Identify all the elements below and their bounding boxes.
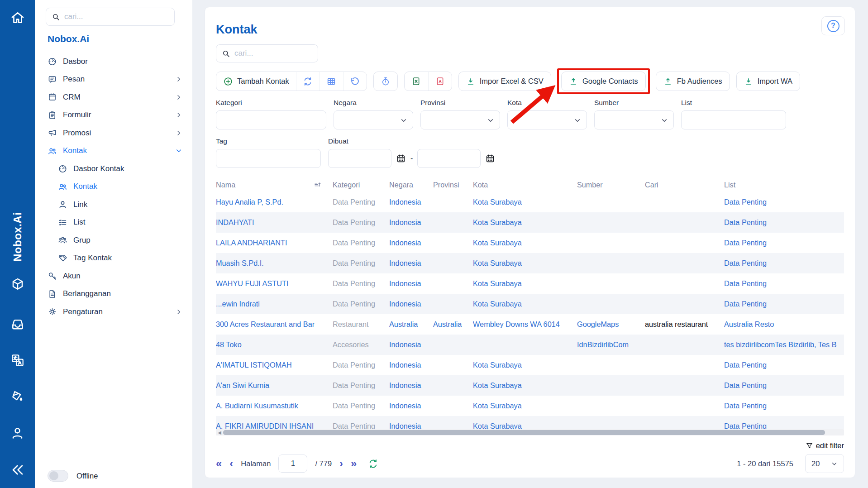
cell-kota[interactable]: Kota Surabaya [473, 198, 577, 206]
cell-nama[interactable]: A'IMATUL ISTIQOMAH [216, 361, 333, 369]
sidebar-item-list[interactable]: List [35, 214, 192, 232]
sidebar-item-promosi[interactable]: Promosi [35, 124, 192, 142]
chevron-right-icon[interactable] [175, 129, 182, 137]
kategori-input[interactable] [216, 110, 326, 129]
cell-nama[interactable]: A. FIKRI AMIRUDDIN IHSANI [216, 422, 333, 429]
cell-negara[interactable]: Indonesia [389, 340, 433, 349]
undo-button[interactable] [343, 72, 367, 91]
fb-audiences-button[interactable]: Fb Audiences [656, 72, 730, 91]
cell-negara[interactable]: Indonesia [389, 259, 433, 268]
sidebar-item-akun[interactable]: Akun [35, 267, 192, 285]
table-row[interactable]: A'IMATUL ISTIQOMAHData PentingIndonesiaK… [216, 355, 844, 375]
cell-kota[interactable]: Kota Surabaya [473, 259, 577, 268]
pdf-file-button[interactable] [428, 72, 452, 91]
table-row[interactable]: A. FIKRI AMIRUDDIN IHSANIData PentingInd… [216, 416, 844, 429]
column-header-list[interactable]: List [724, 181, 845, 189]
cube-icon[interactable] [0, 277, 35, 292]
cell-negara[interactable]: Indonesia [389, 239, 433, 247]
cell-kota[interactable]: Kota Surabaya [473, 300, 577, 308]
cell-negara[interactable]: Indonesia [389, 279, 433, 288]
calendar-icon[interactable] [485, 153, 495, 163]
chevron-right-icon[interactable] [175, 111, 182, 119]
table-row[interactable]: A'an Siwi KurniaData PentingIndonesiaKot… [216, 375, 844, 396]
sidebar-item-dasbor[interactable]: Dasbor [35, 53, 192, 71]
cell-kota[interactable]: Wembley Downs WA 6014 [473, 320, 577, 329]
stopwatch-button[interactable] [374, 72, 397, 91]
provinsi-select[interactable] [420, 110, 500, 129]
cell-nama[interactable]: A'an Siwi Kurnia [216, 381, 333, 390]
sidebar-item-tag-kontak[interactable]: Tag Kontak [35, 249, 192, 268]
cell-list[interactable]: Data Penting [724, 239, 844, 247]
refresh-icon[interactable] [368, 459, 378, 469]
sidebar-item-link[interactable]: Link [35, 196, 192, 214]
first-page-button[interactable]: « [216, 458, 222, 469]
negara-select[interactable] [334, 110, 413, 129]
cell-nama[interactable]: Muasih S.Pd.I. [216, 259, 333, 268]
table-row[interactable]: WAHYU FUJI ASTUTIData PentingIndonesiaKo… [216, 273, 844, 294]
cell-list[interactable]: Data Penting [724, 402, 844, 410]
table-row[interactable]: INDAHYATIData PentingIndonesiaKota Surab… [216, 212, 844, 233]
cell-provinsi[interactable]: Australia [433, 320, 473, 329]
cell-kota[interactable]: Kota Surabaya [473, 381, 577, 390]
cell-list[interactable]: tes bizdirlibcomTes Bizdirlib, Tes B [724, 340, 844, 349]
table-row[interactable]: 48 TokoAccesoriesIndonesiaIdnBizdirlibCo… [216, 335, 844, 355]
collapse-sidebar-icon[interactable] [0, 463, 35, 477]
home-icon[interactable] [0, 10, 35, 25]
paint-bucket-icon[interactable] [0, 389, 35, 404]
table-row[interactable]: Hayu Analia P, S.Pd.Data PentingIndonesi… [216, 192, 844, 212]
sidebar-item-berlangganan[interactable]: Berlangganan [35, 285, 192, 303]
inbox-icon[interactable] [0, 317, 35, 331]
cell-list[interactable]: Data Penting [724, 259, 844, 268]
chevron-right-icon[interactable] [175, 76, 182, 83]
cell-nama[interactable]: ...ewin Indrati [216, 300, 333, 308]
column-header-kota[interactable]: Kota [473, 181, 577, 189]
cell-list[interactable]: Data Penting [724, 279, 844, 288]
import-wa-button[interactable]: Import WA [736, 72, 800, 91]
excel-file-button[interactable] [405, 72, 428, 91]
column-header-nama[interactable]: Nama [216, 181, 333, 189]
chevron-right-icon[interactable] [175, 94, 182, 101]
scroll-left-arrow[interactable]: ◀ [216, 430, 223, 435]
cell-nama[interactable]: 48 Toko [216, 340, 333, 349]
sort-icon[interactable] [314, 181, 322, 189]
calendar-icon[interactable] [396, 153, 406, 163]
chevron-down-icon[interactable] [175, 147, 182, 154]
table-row[interactable]: 300 Acres Restaurant and BarRestaurantAu… [216, 314, 844, 335]
offline-toggle[interactable] [48, 470, 68, 482]
tag-input[interactable] [216, 149, 321, 168]
cell-nama[interactable]: WAHYU FUJI ASTUTI [216, 279, 333, 288]
table-row[interactable]: Muasih S.Pd.I.Data PentingIndonesiaKota … [216, 253, 844, 273]
sidebar-item-grup[interactable]: Grup [35, 231, 192, 249]
cell-list[interactable]: Data Penting [724, 422, 844, 429]
sidebar-item-kontak[interactable]: Kontak [35, 142, 192, 160]
cell-list[interactable]: Data Penting [724, 198, 844, 206]
prev-page-button[interactable]: ‹ [229, 458, 233, 469]
date-from-input[interactable] [328, 149, 391, 168]
cell-kota[interactable]: Kota Surabaya [473, 402, 577, 410]
scrollbar-thumb[interactable] [223, 430, 825, 435]
help-button[interactable]: ? [821, 16, 845, 35]
cell-list[interactable]: Australia Resto [724, 320, 844, 329]
sidebar-item-dasbor-kontak[interactable]: Dasbor Kontak [35, 160, 192, 178]
cell-negara[interactable]: Indonesia [389, 422, 433, 429]
cell-list[interactable]: Data Penting [724, 381, 844, 390]
last-page-button[interactable]: » [351, 458, 357, 469]
column-header-negara[interactable]: Negara [389, 181, 433, 189]
cell-nama[interactable]: Hayu Analia P, S.Pd. [216, 198, 333, 206]
horizontal-scrollbar[interactable]: ◀ [216, 429, 844, 435]
cell-kota[interactable]: Kota Surabaya [473, 422, 577, 429]
contacts-search-input[interactable] [234, 49, 312, 58]
sidebar-item-pesan[interactable]: Pesan [35, 71, 192, 89]
next-page-button[interactable]: › [339, 458, 343, 469]
cell-list[interactable]: Data Penting [724, 300, 844, 308]
impor-excel-csv-button[interactable]: Impor Excel & CSV [458, 72, 551, 91]
sidebar-item-formulir[interactable]: Formulir [35, 106, 192, 124]
cell-nama[interactable]: A. Budiarni Kusumastutik [216, 402, 333, 410]
cell-nama[interactable]: INDAHYATI [216, 218, 333, 227]
cell-negara[interactable]: Indonesia [389, 218, 433, 227]
list-input[interactable] [681, 110, 786, 129]
cell-kota[interactable]: Kota Surabaya [473, 279, 577, 288]
cell-negara[interactable]: Indonesia [389, 198, 433, 206]
cell-negara[interactable]: Indonesia [389, 381, 433, 390]
cell-kota[interactable]: Kota Surabaya [473, 361, 577, 369]
